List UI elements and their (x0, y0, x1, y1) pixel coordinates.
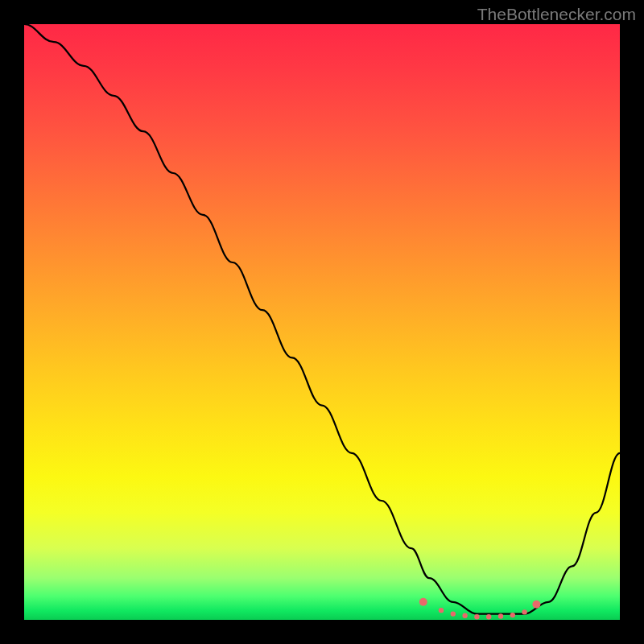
optimal-dot (486, 614, 491, 619)
plot-area (24, 24, 620, 620)
optimal-dot (532, 601, 540, 609)
chart-svg (24, 24, 620, 620)
optimal-dot (510, 613, 515, 617)
optimal-dot (522, 609, 526, 614)
optimal-dot (498, 613, 503, 618)
optimal-dot (474, 614, 479, 619)
optimal-dot (419, 598, 427, 606)
optimal-dot (462, 613, 467, 618)
optimal-dot (451, 611, 456, 616)
watermark-text: TheBottlenecker.com (477, 5, 636, 24)
optimal-range-dots (419, 598, 541, 620)
bottleneck-curve (24, 24, 620, 614)
optimal-dot (439, 608, 444, 613)
